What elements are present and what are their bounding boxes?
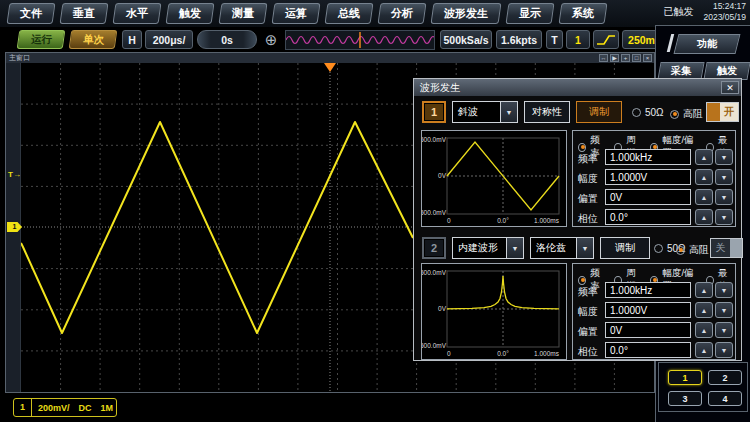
gen1-amplitude-label: 幅度	[578, 172, 606, 186]
dialog-close-icon[interactable]: ✕	[721, 81, 739, 94]
gen1-amplitude-down-icon[interactable]: ▼	[715, 169, 733, 185]
gen1-amplitude-up-icon[interactable]: ▲	[695, 169, 713, 185]
gen1-phase-up-icon[interactable]: ▲	[695, 209, 713, 225]
gen1-output-toggle[interactable]: 开	[706, 102, 739, 122]
trigger-level-marker[interactable]: T→	[8, 170, 21, 179]
gen2-offset-input[interactable]: 0V	[605, 322, 691, 338]
status-area: 已触发 15:24:17 2023/05/19	[663, 1, 746, 23]
clock: 15:24:17 2023/05/19	[703, 1, 746, 23]
dialog-title: 波形发生	[420, 81, 460, 95]
gen1-offset-down-icon[interactable]: ▼	[715, 189, 733, 205]
gen2-impedance-high-radio[interactable]: 高阻	[676, 243, 709, 257]
menu-item-math[interactable]: 运算	[272, 3, 321, 24]
gen2-frequency-input[interactable]: 1.000kHz	[605, 282, 691, 298]
maximize-icon[interactable]: □	[632, 54, 641, 62]
gen1-preview: 500.0mV 0V -500.0mV 0 0.0° 1.000ms	[421, 130, 567, 227]
gen2-frequency-up-icon[interactable]: ▲	[695, 282, 713, 298]
gen2-output-toggle[interactable]: 关	[710, 238, 743, 258]
menu-item-horizontal[interactable]: 水平	[113, 3, 162, 24]
gen2-params: 频率 周期 幅度/偏置 最值 频率 1.000kHz ▲ ▼ 幅度 1.0000…	[572, 263, 736, 360]
gen2-amplitude-up-icon[interactable]: ▲	[695, 302, 713, 318]
gen1-wavetype-dropdown[interactable]: 斜波 ▼	[452, 101, 518, 123]
svg-text:0.0°: 0.0°	[497, 217, 509, 224]
trigger-position-marker[interactable]	[324, 63, 336, 72]
run-button[interactable]: 运行	[17, 30, 66, 49]
timebase-button[interactable]: 200μs/	[145, 30, 193, 49]
gen2-phase-input[interactable]: 0.0°	[605, 342, 691, 358]
gen1-frequency-down-icon[interactable]: ▼	[715, 149, 733, 165]
restore-icon[interactable]: ↔	[599, 54, 608, 62]
menu-item-vertical[interactable]: 垂直	[60, 3, 109, 24]
svg-text:500.0mV: 500.0mV	[422, 136, 447, 143]
menu-item-analyze[interactable]: 分析	[378, 3, 427, 24]
trigger-source-button[interactable]: 1	[566, 30, 590, 49]
gen1-phase-input[interactable]: 0.0°	[605, 209, 691, 225]
softkey-1[interactable]: 1	[668, 370, 702, 385]
oscilloscope-screen: { "menu": { "items": ["文件","垂直","水平","触发…	[0, 0, 750, 422]
menu-item-measure[interactable]: 测量	[219, 3, 268, 24]
gen1-symmetry-button[interactable]: 对称性	[524, 101, 570, 123]
dialog-titlebar[interactable]: 波形发生	[414, 79, 741, 96]
gen1-impedance-50-radio[interactable]: 50Ω	[632, 107, 664, 118]
chevron-down-icon: ▼	[506, 238, 523, 258]
gen1-offset-input[interactable]: 0V	[605, 189, 691, 205]
gen2-amplitude-input[interactable]: 1.0000V	[605, 302, 691, 318]
gen2-amplitude-down-icon[interactable]: ▼	[715, 302, 733, 318]
gen1-amplitude-input[interactable]: 1.0000V	[605, 169, 691, 185]
svg-text:0V: 0V	[438, 172, 447, 179]
menu-item-system[interactable]: 系统	[559, 3, 608, 24]
gen2-category-dropdown[interactable]: 内建波形 ▼	[452, 237, 524, 259]
channel-coupling: DC	[79, 403, 92, 413]
memory-depth-button[interactable]: 1.6kpts	[496, 30, 542, 49]
gen1-channel-button[interactable]: 1	[422, 101, 446, 123]
softkey-4[interactable]: 4	[708, 391, 742, 406]
gen1-phase-label: 相位	[578, 212, 606, 226]
gen2-channel-button[interactable]: 2	[422, 237, 446, 259]
sample-rate-button[interactable]: 500kSa/s	[440, 30, 492, 49]
channel1-badge[interactable]: 1 200mV/ DC 1M	[13, 398, 117, 417]
wavegen-dialog: 波形发生 ✕ 1 斜波 ▼ 对称性 调制 50Ω 高阻 开 500.0mV 0V…	[413, 78, 742, 361]
gen2-offset-up-icon[interactable]: ▲	[695, 322, 713, 338]
svg-text:0: 0	[447, 350, 451, 357]
trigger-slope-button[interactable]	[593, 30, 619, 49]
gen2-phase-down-icon[interactable]: ▼	[715, 342, 733, 358]
trigger-key-button[interactable]: T	[546, 30, 563, 49]
chevron-down-icon: ▼	[576, 238, 593, 258]
menu-item-wavegen[interactable]: 波形发生	[431, 3, 502, 24]
gen2-phase-up-icon[interactable]: ▲	[695, 342, 713, 358]
softkey-2[interactable]: 2	[708, 370, 742, 385]
function-button[interactable]: 功能	[674, 34, 741, 54]
play-icon[interactable]: ▶	[610, 54, 619, 62]
svg-text:0: 0	[447, 217, 451, 224]
gen2-frequency-down-icon[interactable]: ▼	[715, 282, 733, 298]
gen1-phase-down-icon[interactable]: ▼	[715, 209, 733, 225]
horizontal-key-button[interactable]: H	[122, 30, 142, 49]
gen1-impedance-high-radio[interactable]: 高阻	[670, 107, 703, 121]
gen1-frequency-up-icon[interactable]: ▲	[695, 149, 713, 165]
chevron-down-icon: ▼	[500, 102, 517, 122]
toolbar: 运行 单次 H 200μs/ 0s ⊕ 500kSa/s 1.6kpts T 1…	[0, 27, 750, 53]
svg-text:0.0°: 0.0°	[497, 350, 509, 357]
gen2-modulation-button[interactable]: 调制	[600, 237, 650, 259]
add-icon[interactable]: +	[621, 54, 630, 62]
gen2-wavetype-dropdown[interactable]: 洛伦兹 ▼	[530, 237, 594, 259]
menu-bar: 文件 垂直 水平 触发 测量 运算 总线 分析 波形发生 显示 系统 已触发 1…	[0, 0, 750, 27]
menu-item-display[interactable]: 显示	[506, 3, 555, 24]
zoom-icon[interactable]: ⊕	[262, 31, 280, 49]
svg-text:500.0mV: 500.0mV	[422, 269, 447, 276]
channel-number: 1	[14, 399, 32, 416]
gen1-frequency-input[interactable]: 1.000kHz	[605, 149, 691, 165]
horizontal-offset-button[interactable]: 0s	[197, 30, 257, 49]
scope-window-header: 主窗口 ↔ ▶ + □ ×	[6, 53, 654, 63]
gen1-offset-up-icon[interactable]: ▲	[695, 189, 713, 205]
svg-text:-500.0mV: -500.0mV	[422, 342, 447, 349]
menu-item-bus[interactable]: 总线	[325, 3, 374, 24]
menu-item-trigger[interactable]: 触发	[166, 3, 215, 24]
menu-item-file[interactable]: 文件	[7, 3, 56, 24]
gen1-modulation-button[interactable]: 调制	[576, 101, 622, 123]
close-icon[interactable]: ×	[643, 54, 652, 62]
single-button[interactable]: 单次	[69, 30, 118, 49]
waveform-overview[interactable]	[285, 30, 435, 50]
softkey-3[interactable]: 3	[668, 391, 702, 406]
gen2-offset-down-icon[interactable]: ▼	[715, 322, 733, 338]
